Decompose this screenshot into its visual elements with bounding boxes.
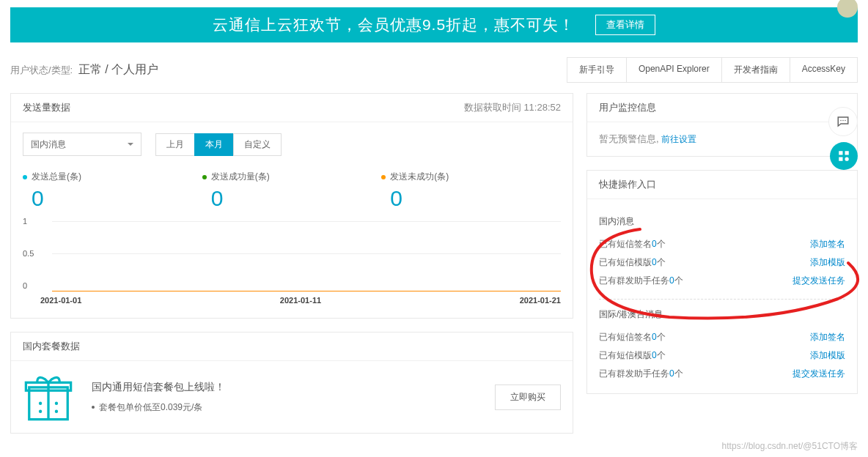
- region-select[interactable]: 国内消息: [23, 133, 141, 156]
- package-heading: 国内通用短信套餐包上线啦！: [92, 381, 477, 394]
- quick-row-text: 已有短信模版0个: [599, 349, 666, 362]
- domestic-action-1[interactable]: 添加模版: [810, 256, 845, 269]
- status-prefix: 用户状态/类型:: [10, 64, 73, 75]
- quick-actions-title: 快捷操作入口: [599, 178, 656, 191]
- intl-action-1[interactable]: 添加模版: [810, 349, 845, 362]
- range-tabs: 上月 本月 自定义: [156, 133, 282, 156]
- quick-row-text: 已有群发助手任务0个: [599, 275, 683, 287]
- package-bullet: 套餐包单价低至0.039元/条: [99, 401, 202, 414]
- xtick: 2021-01-11: [280, 296, 321, 305]
- svg-point-3: [39, 402, 42, 405]
- guide-button[interactable]: 新手引导: [567, 58, 626, 82]
- svg-point-6: [55, 410, 58, 413]
- intl-action-0[interactable]: 添加签名: [810, 331, 845, 343]
- quick-row-text: 已有群发助手任务0个: [599, 368, 683, 380]
- quick-actions-panel: 快捷操作入口 国内消息 已有短信签名0个添加签名已有短信模版0个添加模版已有群发…: [586, 170, 858, 394]
- svg-rect-11: [845, 151, 849, 155]
- gift-icon: [23, 371, 74, 423]
- quick-row-text: 已有短信模版0个: [599, 256, 666, 269]
- quick-row: 已有群发助手任务0个提交发送任务: [599, 272, 845, 290]
- header-button-group: 新手引导 OpenAPI Explorer 开发者指南 AccessKey: [567, 57, 858, 83]
- monitor-title: 用户监控信息: [599, 101, 656, 114]
- send-panel-title: 发送量数据: [23, 101, 70, 114]
- user-status: 用户状态/类型: 正常 / 个人用户: [10, 62, 158, 78]
- svg-point-7: [840, 120, 842, 122]
- stat-fail-value: 0: [381, 186, 561, 211]
- apps-fab[interactable]: [830, 142, 858, 170]
- quick-row: 已有群发助手任务0个提交发送任务: [599, 365, 845, 383]
- monitor-text: 暂无预警信息,: [599, 133, 661, 144]
- chat-fab[interactable]: [828, 107, 858, 136]
- quick-row: 已有短信模版0个添加模版: [599, 253, 845, 272]
- svg-rect-12: [839, 157, 842, 161]
- package-panel: 国内套餐数据 国内通用短信套餐包上线啦！ 套餐包单价低至0.039元/条: [10, 332, 573, 434]
- bullet-icon: [92, 406, 95, 409]
- chat-icon: [836, 115, 850, 128]
- xtick: 2021-01-01: [40, 296, 81, 305]
- ytick: 1: [23, 217, 27, 226]
- domestic-action-0[interactable]: 添加签名: [810, 238, 845, 250]
- dot-icon: [23, 175, 27, 179]
- ytick: 0.5: [23, 249, 34, 258]
- intl-action-2[interactable]: 提交发送任务: [792, 368, 845, 380]
- tab-custom[interactable]: 自定义: [233, 133, 282, 156]
- buy-now-button[interactable]: 立即购买: [495, 384, 561, 410]
- domestic-action-2[interactable]: 提交发送任务: [792, 275, 845, 287]
- send-chart: 1 0.5 0 2021-01-01 2021-01-11 2021-01-21: [23, 220, 561, 305]
- tab-this-month[interactable]: 本月: [194, 133, 234, 156]
- quick-row-text: 已有短信签名0个: [599, 238, 666, 250]
- accesskey-button[interactable]: AccessKey: [790, 58, 857, 82]
- stat-total-label: 发送总量(条): [32, 171, 81, 183]
- dev-guide-button[interactable]: 开发者指南: [721, 58, 790, 82]
- domestic-heading: 国内消息: [599, 215, 845, 228]
- quick-row: 已有短信签名0个添加签名: [599, 235, 845, 253]
- quick-row-text: 已有短信签名0个: [599, 331, 666, 343]
- apps-icon: [837, 149, 850, 163]
- dot-icon: [381, 175, 386, 179]
- stat-total-value: 0: [23, 186, 202, 211]
- banner-text: 云通信上云狂欢节，会员优惠9.5折起，惠不可失！: [213, 15, 575, 35]
- openapi-button[interactable]: OpenAPI Explorer: [626, 58, 721, 82]
- monitor-panel: 用户监控信息 暂无预警信息, 前往设置: [586, 93, 858, 157]
- watermark: https://blog.csdn.net/@51CTO博客: [722, 440, 858, 453]
- send-volume-panel: 发送量数据 数据获取时间 11:28:52 国内消息 上月 本月 自定义: [10, 93, 573, 319]
- svg-point-9: [845, 120, 846, 122]
- tab-last-month[interactable]: 上月: [155, 133, 195, 156]
- send-panel-time: 数据获取时间 11:28:52: [464, 101, 561, 114]
- svg-rect-10: [839, 151, 842, 155]
- xtick: 2021-01-21: [520, 296, 561, 305]
- quick-row: 已有短信签名0个添加签名: [599, 328, 845, 346]
- region-select-value: 国内消息: [31, 138, 66, 151]
- monitor-settings-link[interactable]: 前往设置: [661, 134, 696, 144]
- intl-heading: 国际/港澳台消息: [599, 308, 845, 321]
- stat-success-label: 发送成功量(条): [211, 171, 270, 183]
- ytick: 0: [23, 281, 27, 290]
- banner-details-button[interactable]: 查看详情: [595, 15, 655, 35]
- dot-icon: [202, 175, 207, 179]
- stat-fail-label: 发送未成功(条): [390, 171, 449, 183]
- stat-success-value: 0: [202, 186, 382, 211]
- chevron-down-icon: [128, 143, 133, 149]
- package-panel-title: 国内套餐数据: [23, 340, 80, 353]
- svg-point-13: [845, 157, 849, 161]
- status-value: 正常 / 个人用户: [78, 63, 158, 75]
- svg-point-8: [842, 120, 844, 122]
- promo-banner: 云通信上云狂欢节，会员优惠9.5折起，惠不可失！ 查看详情: [10, 7, 858, 42]
- quick-row: 已有短信模版0个添加模版: [599, 346, 845, 365]
- svg-point-5: [39, 410, 42, 413]
- svg-point-4: [55, 402, 58, 405]
